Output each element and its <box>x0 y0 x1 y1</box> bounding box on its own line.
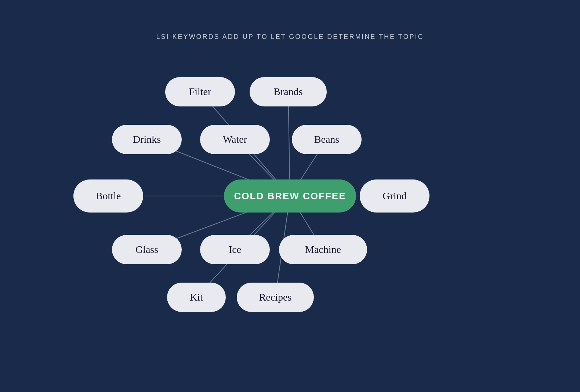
node-drinks: Drinks <box>112 125 182 154</box>
node-brands-label: Brands <box>273 86 302 98</box>
node-ice: Ice <box>200 235 270 264</box>
node-bottle: Bottle <box>73 179 143 213</box>
diagram-container: LSI KEYWORDS ADD UP TO LET GOOGLE DETERM… <box>0 0 580 392</box>
center-node: COLD BREW COFFEE <box>224 179 356 213</box>
node-water: Water <box>200 125 270 154</box>
node-recipes: Recipes <box>237 283 314 312</box>
node-filter: Filter <box>165 77 235 106</box>
node-brands: Brands <box>250 77 327 106</box>
page-title: LSI KEYWORDS ADD UP TO LET GOOGLE DETERM… <box>0 0 580 41</box>
node-water-label: Water <box>223 134 247 145</box>
node-machine: Machine <box>279 235 367 264</box>
node-beans-label: Beans <box>314 134 339 145</box>
node-bottle-label: Bottle <box>96 190 121 202</box>
node-recipes-label: Recipes <box>259 291 292 303</box>
center-label: COLD BREW COFFEE <box>234 190 346 202</box>
node-beans: Beans <box>292 125 362 154</box>
node-ice-label: Ice <box>229 244 241 255</box>
node-grind-label: Grind <box>383 190 406 202</box>
node-glass: Glass <box>112 235 182 264</box>
node-kit-label: Kit <box>190 291 203 303</box>
node-drinks-label: Drinks <box>133 134 161 145</box>
node-grind: Grind <box>360 179 429 213</box>
node-machine-label: Machine <box>305 244 341 255</box>
node-glass-label: Glass <box>135 244 158 255</box>
node-filter-label: Filter <box>189 86 211 98</box>
node-kit: Kit <box>167 283 226 312</box>
